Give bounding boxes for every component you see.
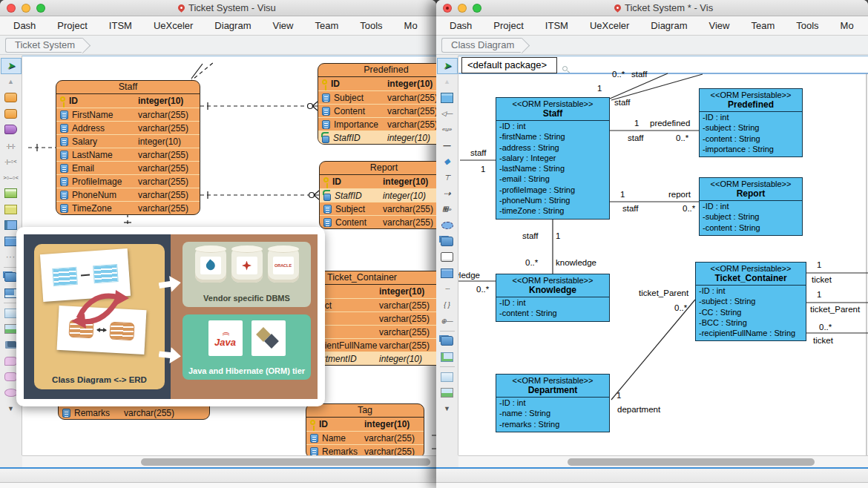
menu-tools[interactable]: Tools [360, 20, 382, 31]
table-row: TimeZonevarchar(255) [56, 201, 200, 214]
menu-team[interactable]: Team [751, 20, 775, 31]
horizontal-scrollbar[interactable] [458, 455, 868, 467]
table-row: Importancevarchar(255) [318, 117, 436, 131]
anchor-tool-icon[interactable] [438, 202, 457, 217]
role-label: ticket_Parent [810, 305, 860, 314]
window-ticket-system-class-diagram: Ticket System * - Vis Dash Project ITSM … [436, 0, 868, 488]
menu-diagram[interactable]: Diagram [651, 20, 687, 31]
class-ticket-container[interactable]: <<ORM Persistable>> Ticket_Container -ID… [695, 262, 806, 341]
menu-dash[interactable]: Dash [450, 20, 472, 31]
minimize-button[interactable] [458, 4, 467, 13]
generalization-tool-icon[interactable] [438, 106, 457, 121]
close-button[interactable] [7, 4, 16, 13]
multiplicity-label: 0..* [674, 303, 687, 312]
table-row: StaffIDinteger(10) [318, 131, 436, 144]
one-to-one-relationship-tool-icon[interactable] [1, 138, 21, 153]
menu-view[interactable]: View [708, 20, 729, 31]
close-button-modified[interactable] [443, 4, 452, 13]
parent-entity-tool-icon[interactable] [1, 106, 21, 121]
image-tool-icon[interactable] [438, 386, 457, 400]
palette-scroll-up-icon[interactable] [438, 74, 457, 89]
menu-modeling[interactable]: Mo [841, 20, 854, 31]
system-tool-icon[interactable] [438, 250, 457, 265]
menu-project[interactable]: Project [493, 20, 523, 31]
role-label: knowledge [458, 271, 480, 280]
menu-uexceler[interactable]: UeXceler [154, 20, 193, 31]
class-knowledge[interactable]: <<ORM Persistable>> Knowledge -ID : int … [496, 274, 610, 322]
column-icon [310, 434, 318, 443]
zoom-button[interactable] [473, 4, 481, 13]
cursor-tool-icon[interactable] [438, 59, 457, 73]
window-title: Ticket System - Visu [178, 2, 276, 13]
association-tool-icon[interactable] [438, 138, 457, 153]
menu-uexceler[interactable]: UeXceler [590, 20, 629, 31]
menu-diagram[interactable]: Diagram [214, 20, 251, 31]
erd-table-tag[interactable]: Tag IDinteger(10) Namevarchar(255) Remar… [306, 403, 424, 455]
diagram-overview-tool-icon[interactable] [438, 349, 457, 364]
containment-tool-icon[interactable] [438, 170, 457, 185]
menu-dash[interactable]: Dash [13, 20, 36, 31]
class-attribute: -ID : int [696, 286, 806, 296]
role-label: predefined [650, 119, 690, 128]
unsaved-dot-icon [446, 7, 449, 10]
one-to-many-relationship-tool-icon[interactable] [1, 154, 21, 169]
palette-scroll-up-icon[interactable] [1, 74, 21, 89]
constraint-tool-icon[interactable] [438, 297, 457, 312]
zoom-button[interactable] [36, 4, 45, 13]
minimize-button[interactable] [22, 4, 30, 13]
primary-key-icon [60, 96, 65, 102]
class-predefined[interactable]: <<ORM Persistable>> Predefined -ID : int… [699, 88, 803, 157]
aggregation-tool-icon[interactable] [438, 154, 457, 169]
entity-tool-icon[interactable] [1, 90, 21, 105]
horizontal-scrollbar[interactable] [22, 455, 436, 467]
menu-modeling[interactable]: Mo [404, 20, 418, 31]
table-row: IDinteger(10) [56, 94, 200, 108]
palette-scroll-down-icon[interactable] [438, 401, 457, 416]
menu-view[interactable]: View [272, 20, 293, 31]
role-label: department [617, 405, 660, 414]
class-erd-panel: Class Diagram <-> ERD [34, 244, 165, 389]
menu-itsm[interactable]: ITSM [109, 20, 132, 31]
menu-team[interactable]: Team [315, 20, 338, 31]
provided-interface-tool-icon[interactable] [438, 314, 457, 329]
package-tool-icon[interactable] [438, 234, 457, 248]
orm-mapping-popup[interactable]: Class Diagram <-> ERD ORACLE Vendor spec… [16, 227, 325, 406]
scrollbar-thumb[interactable] [568, 458, 815, 466]
panel-tool-icon[interactable] [438, 369, 457, 384]
role-label: staff [631, 70, 648, 79]
package-breadcrumb[interactable]: <default package> [461, 57, 557, 73]
dashed-line-tool-icon[interactable] [438, 282, 457, 297]
class-diagram-canvas[interactable]: <default package> <<ORM Persistable>> St… [458, 56, 868, 455]
many-to-many-relationship-tool-icon[interactable] [1, 170, 21, 185]
menu-itsm[interactable]: ITSM [545, 20, 568, 31]
stereotype-label: <<ORM Persistable>> [496, 98, 609, 108]
view-tool-icon[interactable] [1, 122, 21, 137]
tab-class-diagram[interactable]: Class Diagram [441, 38, 522, 53]
erd-table-staff[interactable]: Staff IDinteger(10) FirstNamevarchar(255… [56, 80, 200, 215]
class-staff[interactable]: <<ORM Persistable>> Staff -ID : int -fir… [496, 97, 610, 220]
class-tool-icon[interactable] [438, 90, 457, 105]
class-report[interactable]: <<ORM Persistable>> Report -ID : int -su… [699, 177, 803, 236]
scrollbar-thumb[interactable] [141, 458, 430, 466]
multiplicity-label: 1 [481, 165, 485, 174]
tab-ticket-system[interactable]: Ticket System [5, 38, 82, 53]
table-tool-icon[interactable] [1, 186, 21, 201]
folder-tool-icon[interactable] [438, 334, 457, 349]
menu-project[interactable]: Project [57, 20, 87, 31]
erd-table-report[interactable]: Report IDinteger(10) StaffIDinteger(10) … [319, 161, 436, 229]
dependency-tool-icon[interactable] [438, 186, 457, 201]
erd-table-predefined[interactable]: Predefined IDinteger(10) Subjectvarchar(… [318, 63, 436, 145]
table-row: Emailvarchar(255) [56, 161, 200, 174]
table-row: Salaryinteger(10) [56, 134, 200, 148]
titlebar: Ticket System - Visu [0, 0, 436, 16]
class-department[interactable]: <<ORM Persistable>> Department -ID : int… [496, 374, 610, 432]
multiplicity-label: 1 [597, 84, 602, 93]
column-icon [62, 409, 70, 418]
cursor-tool-icon[interactable] [1, 59, 21, 73]
n-ary-association-tool-icon[interactable] [438, 218, 457, 233]
table-row: Contentvarchar(255) [318, 104, 436, 117]
grid-tool-icon[interactable] [1, 202, 21, 217]
usage-tool-icon[interactable] [438, 122, 457, 137]
menu-tools[interactable]: Tools [796, 20, 818, 31]
note-tool-icon[interactable] [438, 266, 457, 280]
